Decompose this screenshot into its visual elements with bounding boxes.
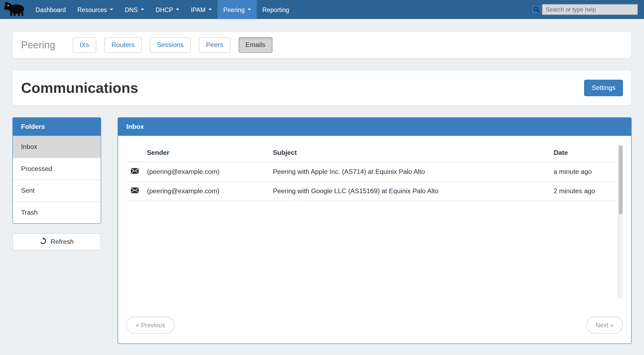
peering-toolbar: Peering IXs Routers Sessions Peers Email…: [12, 31, 632, 59]
panda-logo-icon: [3, 1, 26, 18]
mail-table-header-row: Sender Subject Date: [126, 145, 616, 162]
refresh-label: Refresh: [50, 238, 74, 246]
column-header-icon: [126, 145, 147, 162]
main-row: Folders Inbox Processed Sent Trash: [12, 117, 632, 344]
nav-item-label: Dashboard: [35, 6, 66, 13]
folders-column: Folders Inbox Processed Sent Trash: [12, 117, 101, 250]
scrollbar[interactable]: [618, 145, 623, 298]
nav-item-dashboard[interactable]: Dashboard: [30, 0, 72, 19]
mail-sender: (peering@example.com): [147, 162, 273, 181]
folder-item-inbox[interactable]: Inbox: [13, 136, 101, 158]
page-content: Peering IXs Routers Sessions Peers Email…: [0, 19, 644, 355]
brand-logo[interactable]: [0, 0, 30, 19]
column-header-subject: Subject: [273, 145, 554, 162]
mail-row[interactable]: (peering@example.com) Peering with Googl…: [126, 181, 616, 201]
mail-table: Sender Subject Date: [126, 145, 616, 201]
nav-item-label: DHCP: [156, 6, 173, 13]
mail-row[interactable]: (peering@example.com) Peering with Apple…: [126, 162, 616, 181]
tab-peers[interactable]: Peers: [199, 37, 230, 53]
mail-subject: Peering with Apple Inc. (AS714) at Equin…: [273, 162, 554, 181]
mail-subject: Peering with Google LLC (AS15169) at Equ…: [273, 181, 554, 201]
mail-date: a minute ago: [554, 162, 616, 181]
mail-date: 2 minutes ago: [554, 181, 616, 201]
tab-emails[interactable]: Emails: [239, 37, 272, 53]
refresh-icon: [40, 237, 47, 246]
toolbar-title: Peering: [21, 39, 55, 51]
next-page-button[interactable]: Next »: [586, 317, 623, 334]
search-box: [531, 4, 638, 15]
column-header-date: Date: [554, 145, 616, 162]
nav-item-dns[interactable]: DNS: [119, 0, 150, 19]
nav-item-ipam[interactable]: IPAM: [185, 0, 218, 19]
caret-down-icon: [110, 9, 113, 10]
navbar-search: [531, 0, 644, 19]
top-navbar: Dashboard Resources DNS DHCP IPAM Peerin…: [0, 0, 644, 19]
pagination: « Previous Next »: [126, 317, 623, 334]
folder-item-trash[interactable]: Trash: [13, 202, 101, 224]
folder-item-processed[interactable]: Processed: [13, 158, 101, 180]
nav-item-peering[interactable]: Peering: [218, 0, 257, 19]
nav-item-label: Reporting: [262, 6, 289, 13]
previous-page-button[interactable]: « Previous: [126, 317, 175, 334]
settings-button[interactable]: Settings: [584, 80, 623, 96]
caret-down-icon: [176, 9, 179, 10]
scrollbar-thumb[interactable]: [619, 145, 623, 215]
search-icon[interactable]: [531, 4, 542, 15]
main-menu: Dashboard Resources DNS DHCP IPAM Peerin…: [30, 0, 295, 19]
tab-ixs[interactable]: IXs: [72, 37, 96, 53]
folders-panel: Folders Inbox Processed Sent Trash: [12, 117, 101, 224]
tab-sessions[interactable]: Sessions: [150, 37, 191, 53]
page-title: Communications: [21, 80, 138, 96]
nav-item-label: IPAM: [191, 6, 206, 13]
inbox-panel: Inbox Sender: [118, 117, 631, 344]
nav-item-reporting[interactable]: Reporting: [257, 0, 295, 19]
folders-panel-heading: Folders: [13, 118, 101, 136]
communications-header: Communications Settings: [12, 70, 632, 106]
tab-routers[interactable]: Routers: [104, 37, 142, 53]
column-header-sender: Sender: [147, 145, 273, 162]
nav-item-label: Peering: [223, 6, 245, 13]
mail-sender: (peering@example.com): [147, 181, 273, 201]
envelope-icon: [126, 181, 147, 201]
nav-item-label: Resources: [77, 6, 107, 13]
inbox-column: Inbox Sender: [118, 117, 631, 344]
nav-item-dhcp[interactable]: DHCP: [150, 0, 185, 19]
folder-item-sent[interactable]: Sent: [13, 180, 101, 202]
folders-list: Inbox Processed Sent Trash: [13, 136, 101, 223]
search-input[interactable]: [542, 4, 638, 15]
envelope-icon: [126, 162, 147, 181]
caret-down-icon: [247, 9, 251, 10]
inbox-body: Sender Subject Date: [118, 136, 631, 343]
app-viewport: Dashboard Resources DNS DHCP IPAM Peerin…: [0, 0, 644, 355]
caret-down-icon: [141, 9, 144, 10]
inbox-panel-heading: Inbox: [118, 118, 631, 136]
nav-item-label: DNS: [125, 6, 138, 13]
refresh-button[interactable]: Refresh: [12, 233, 101, 250]
caret-down-icon: [208, 9, 212, 10]
mail-table-area: Sender Subject Date: [126, 145, 623, 298]
nav-item-resources[interactable]: Resources: [72, 0, 119, 19]
